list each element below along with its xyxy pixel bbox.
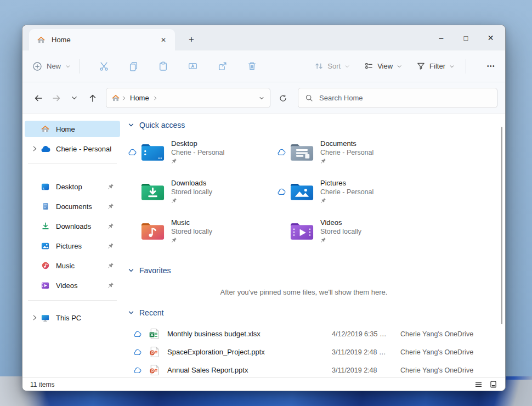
chevron-down-icon	[65, 64, 71, 69]
search-box[interactable]	[298, 88, 497, 108]
search-input[interactable]	[319, 94, 490, 102]
view-toggle-group	[474, 380, 497, 388]
item-name: Videos	[320, 218, 361, 227]
desktop-icon	[40, 182, 50, 191]
section-quick-access-header[interactable]: Quick access	[128, 121, 491, 129]
quick-access-item-documents[interactable]: Documents Cherie - Personal	[277, 135, 426, 169]
chevron-down-icon[interactable]	[128, 267, 134, 274]
filter-button[interactable]: Filter	[416, 61, 455, 71]
file-row[interactable]: SpaceExploration_Project.pptx 3/11/2019 …	[128, 343, 491, 361]
chevron-right-icon[interactable]	[29, 314, 40, 321]
section-favorites-header[interactable]: Favorites	[128, 266, 491, 275]
chevron-down-icon[interactable]	[128, 309, 134, 316]
tab-home[interactable]: Home ✕	[29, 29, 175, 50]
sidebar-item-downloads[interactable]: Downloads	[25, 218, 120, 234]
up-button[interactable]	[83, 89, 101, 107]
tab-bar: Home ✕ + – □ ✕	[22, 25, 505, 50]
paste-button[interactable]	[148, 57, 178, 76]
back-button[interactable]	[29, 89, 47, 107]
cloud-status-icon	[277, 149, 289, 156]
new-tab-button[interactable]: +	[185, 33, 198, 46]
chevron-down-icon[interactable]	[128, 122, 134, 128]
file-row[interactable]: Annual Sales Report.pptx 3/11/2019 2:48 …	[128, 361, 491, 377]
filter-label: Filter	[429, 62, 445, 70]
file-date: 4/12/2019 6:35 …	[332, 330, 400, 338]
maximize-button[interactable]: □	[454, 27, 478, 49]
sidebar-item-documents[interactable]: Documents	[25, 198, 120, 215]
pin-icon	[320, 237, 361, 244]
videos-icon	[40, 281, 50, 290]
view-label: View	[377, 62, 393, 70]
file-row[interactable]: Monthly business budget.xlsx 4/12/2019 6…	[128, 325, 491, 343]
large-icons-view-icon[interactable]	[489, 380, 497, 388]
rename-button[interactable]	[178, 57, 207, 76]
section-recent-header[interactable]: Recent	[128, 308, 491, 317]
pin-icon	[107, 282, 115, 289]
item-status: Stored locally	[320, 228, 361, 235]
details-view-icon[interactable]	[474, 380, 483, 388]
quick-access-item-music[interactable]: Music Stored locally	[128, 214, 277, 248]
quick-access-grid: Desktop Cherie - Personal	[128, 135, 491, 248]
quick-access-item-pictures[interactable]: Pictures Cherie - Personal	[277, 174, 426, 208]
vertical-scrollbar[interactable]	[501, 127, 502, 324]
forward-button[interactable]	[47, 89, 65, 107]
address-dropdown-icon[interactable]	[258, 95, 265, 101]
item-status: Cherie - Personal	[171, 149, 224, 156]
pin-icon	[107, 223, 115, 229]
quick-access-item-desktop[interactable]: Desktop Cherie - Personal	[128, 135, 277, 169]
desktop-folder-icon	[140, 142, 166, 162]
status-bar: 11 items	[22, 377, 505, 391]
sidebar-item-desktop[interactable]: Desktop	[25, 178, 120, 195]
more-options-button[interactable]: •••	[487, 63, 495, 69]
item-status: Cherie - Personal	[320, 149, 373, 156]
command-toolbar: New Sort	[22, 50, 505, 82]
sidebar-item-this-pc[interactable]: This PC	[25, 309, 120, 326]
videos-folder-icon	[289, 221, 315, 241]
cloud-status-icon	[277, 188, 289, 195]
share-button[interactable]	[207, 57, 237, 76]
breadcrumb-home[interactable]: Home	[130, 94, 149, 102]
chevron-right-icon	[152, 95, 158, 101]
music-folder-icon	[140, 221, 166, 241]
window-controls: – □ ✕	[429, 25, 503, 50]
pin-icon	[171, 198, 212, 204]
quick-access-item-text: Downloads Stored locally	[171, 179, 212, 204]
documents-folder-icon	[289, 142, 315, 162]
item-status: Stored locally	[171, 188, 212, 196]
navigation-bar: Home	[22, 82, 505, 114]
new-button[interactable]: New	[32, 61, 71, 71]
sidebar-item-music[interactable]: Music	[25, 257, 120, 274]
delete-button[interactable]	[237, 57, 267, 76]
item-status: Stored locally	[171, 228, 212, 235]
chevron-right-icon[interactable]	[29, 145, 40, 152]
close-button[interactable]: ✕	[478, 27, 503, 49]
home-icon	[111, 94, 120, 103]
sort-label: Sort	[327, 62, 341, 70]
quick-access-item-videos[interactable]: Videos Stored locally	[277, 214, 426, 248]
documents-icon	[40, 202, 50, 211]
refresh-button[interactable]	[274, 89, 292, 107]
quick-access-item-text: Desktop Cherie - Personal	[171, 139, 224, 165]
sidebar-item-label: Videos	[56, 281, 107, 290]
tab-close-icon[interactable]: ✕	[157, 34, 169, 46]
sort-button[interactable]: Sort	[314, 61, 350, 71]
chevron-down-icon	[449, 64, 455, 69]
home-icon	[37, 36, 46, 44]
section-title: Quick access	[139, 121, 185, 129]
filter-icon	[416, 61, 426, 71]
cut-button[interactable]	[89, 57, 118, 76]
sidebar-item-label: Documents	[56, 202, 107, 211]
cloud-status-icon	[133, 367, 143, 374]
copy-button[interactable]	[118, 57, 148, 76]
sidebar-item-videos[interactable]: Videos	[25, 277, 120, 294]
view-button[interactable]: View	[364, 61, 402, 71]
sidebar-item-home[interactable]: Home	[25, 121, 120, 137]
recent-locations-button[interactable]	[65, 89, 83, 107]
minimize-button[interactable]: –	[429, 27, 454, 49]
address-bar[interactable]: Home	[106, 88, 270, 108]
cloud-status-icon	[133, 331, 143, 337]
quick-access-item-downloads[interactable]: Downloads Stored locally	[128, 174, 277, 208]
pin-icon	[171, 237, 212, 244]
sidebar-item-pictures[interactable]: Pictures	[25, 238, 120, 254]
sidebar-item-onedrive[interactable]: Cherie - Personal	[25, 140, 120, 157]
